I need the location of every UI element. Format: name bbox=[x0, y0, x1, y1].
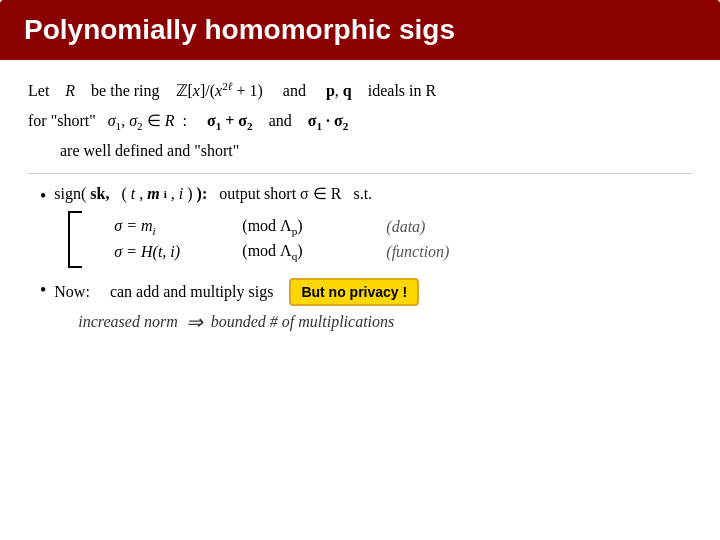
bounded-text: bounded # of multiplications bbox=[211, 313, 395, 331]
slide-header: Polynomially homomorphic sigs bbox=[0, 0, 720, 60]
R-variable: R bbox=[65, 79, 75, 103]
eq2-lhs: σ = H(t, i) bbox=[114, 243, 234, 261]
sign-content: sign( sk, (t, mi, i) ): output short σ ∈… bbox=[54, 184, 692, 267]
sigma-add: σ1 + σ2 bbox=[207, 112, 253, 129]
equation-system: σ = mi (mod Λp) (data) σ = H(t, i) bbox=[110, 217, 449, 261]
st-text: s.t. bbox=[353, 185, 372, 203]
now-bullet-row: • Now: can add and multiply sigs But no … bbox=[40, 278, 692, 334]
sign-section: • sign( sk, (t, mi, i) ): output short σ… bbox=[40, 184, 692, 333]
well-defined-line: are well defined and "short" bbox=[60, 139, 692, 163]
left-bracket bbox=[68, 211, 82, 267]
now-content: Now: can add and multiply sigs But no pr… bbox=[54, 278, 692, 334]
eq-row-1: σ = mi (mod Λp) (data) bbox=[110, 217, 449, 237]
well-defined-text: are well defined and "short" bbox=[60, 142, 239, 159]
slide-container: Polynomially homomorphic sigs Let R be t… bbox=[0, 0, 720, 354]
now-row: Now: can add and multiply sigs But no pr… bbox=[54, 278, 692, 306]
arrow-icon: ⇒ bbox=[186, 310, 203, 334]
sk-label: sk, bbox=[90, 185, 109, 203]
eq2-label: (function) bbox=[386, 243, 449, 261]
bullet-2: • bbox=[40, 278, 46, 303]
slide-title: Polynomially homomorphic sigs bbox=[24, 14, 696, 46]
can-add-text: can add and multiply sigs bbox=[110, 283, 274, 301]
sign-expr: sign( sk, (t, mi, i) ): output short σ ∈… bbox=[54, 184, 372, 203]
eq1-mod: (mod Λp) bbox=[242, 217, 362, 237]
sign-word: sign( bbox=[54, 185, 86, 203]
eq2-mod: (mod Λq) bbox=[242, 242, 362, 262]
eq1-lhs: σ = mi bbox=[114, 217, 234, 237]
privacy-badge: But no privacy ! bbox=[289, 278, 419, 306]
output-text: output short σ ∈ R bbox=[219, 184, 341, 203]
bullet-1: • bbox=[40, 184, 46, 209]
paren-close: ): bbox=[197, 185, 208, 203]
and-text-1: and bbox=[283, 79, 306, 103]
now-text: Now: bbox=[54, 283, 90, 301]
section-divider bbox=[28, 173, 692, 174]
sub-now-line: increased norm ⇒ bounded # of multiplica… bbox=[78, 310, 692, 334]
ideals-in-text: ideals in R bbox=[368, 79, 436, 103]
sign-bullet-row: • sign( sk, (t, mi, i) ): output short σ… bbox=[40, 184, 692, 267]
ring-definition-line: Let R be the ring ℤ[x]/(x2ℓ + 1) and p, … bbox=[28, 78, 692, 103]
eq-row-2: σ = H(t, i) (mod Λq) (function) bbox=[110, 242, 449, 262]
ideals-expr: p, q bbox=[326, 79, 352, 103]
slide-content: Let R be the ring ℤ[x]/(x2ℓ + 1) and p, … bbox=[0, 60, 720, 354]
and-text-2: and bbox=[269, 112, 292, 129]
ring-expr: ℤ[x]/(x2ℓ + 1) bbox=[176, 78, 263, 103]
increased-norm-text: increased norm bbox=[78, 313, 177, 331]
let-text: Let bbox=[28, 79, 49, 103]
eq1-label: (data) bbox=[386, 218, 425, 236]
for-short-line: for "short" σ1, σ2 ∈ R : σ1 + σ2 and σ1 … bbox=[28, 109, 692, 135]
sigma12-expr: σ bbox=[108, 112, 116, 129]
for-short-text: for "short" bbox=[28, 112, 96, 129]
sigma-mul: σ1 · σ2 bbox=[308, 112, 349, 129]
colon: : bbox=[182, 112, 186, 129]
be-ring-text: be the ring bbox=[91, 79, 159, 103]
